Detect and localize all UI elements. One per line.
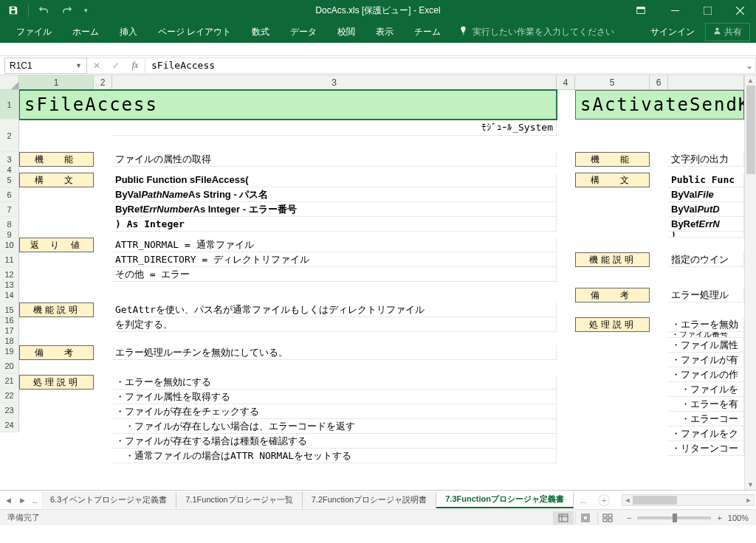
row-head-10[interactable]: 10: [0, 238, 19, 252]
cell-A10[interactable]: 返 り 値: [19, 238, 94, 252]
scroll-down-icon[interactable]: ▼: [746, 480, 756, 490]
row-head-23[interactable]: 23: [0, 403, 19, 418]
sheet-tab[interactable]: 6.3イベントプロシージャ定義書: [41, 492, 176, 508]
cell-A17[interactable]: 備 考: [19, 345, 94, 360]
tell-me-search[interactable]: 実行したい作業を入力してください: [458, 26, 614, 38]
col-head-3[interactable]: 3: [112, 75, 557, 90]
new-sheet-button[interactable]: +: [598, 494, 610, 506]
col-head-2[interactable]: 2: [94, 75, 112, 90]
cell-G17[interactable]: ・ファイルが有: [668, 353, 744, 367]
cell-C21[interactable]: ・ファイルが存在をチェックする: [112, 404, 557, 419]
horizontal-scrollbar[interactable]: ◄ ►: [622, 494, 755, 506]
ribbon-options-icon[interactable]: [630, 1, 651, 19]
col-head-7[interactable]: [668, 75, 744, 90]
col-head-4[interactable]: 4: [557, 75, 575, 90]
row-head-21[interactable]: 21: [0, 373, 19, 388]
row-head-13[interactable]: 13: [0, 282, 19, 288]
cell-G3[interactable]: 文字列の出力: [668, 152, 744, 167]
scroll-right-icon[interactable]: ►: [743, 495, 754, 505]
sheet-tab[interactable]: 7.1Functionプロシージャ一覧: [176, 492, 302, 508]
cell-G15[interactable]: ・ファイル番号: [668, 332, 744, 338]
scroll-left-icon[interactable]: ◄: [622, 495, 633, 505]
row-head-18[interactable]: 18: [0, 338, 19, 344]
zoom-slider[interactable]: [637, 516, 711, 519]
cell-G23[interactable]: ・リターンコー: [668, 441, 744, 456]
name-box[interactable]: R1C1 ▼: [4, 58, 87, 74]
row-head-9[interactable]: 9: [0, 232, 19, 238]
tab-home[interactable]: ホーム: [62, 21, 109, 43]
cell-A19[interactable]: 処理説明: [19, 375, 94, 390]
cell-G6[interactable]: ByVal File: [668, 187, 744, 202]
cell-C17[interactable]: エラー処理ルーチンを無効にしている。: [112, 345, 557, 360]
minimize-button[interactable]: [659, 0, 691, 21]
row-head-11[interactable]: 11: [0, 252, 19, 267]
tab-team[interactable]: チーム: [404, 21, 451, 43]
cell-G20[interactable]: ・エラーを有: [668, 397, 744, 412]
hscroll-thumb[interactable]: [633, 496, 677, 505]
sheet-tab[interactable]: 7.2Functionプロシージャ説明書: [303, 492, 436, 508]
sheet-tab-active[interactable]: 7.3Functionプロシージャ定義書: [436, 492, 574, 508]
tab-overflow-icon[interactable]: ...: [574, 496, 592, 505]
cell-C11[interactable]: ATTR_DIRECTORY = ディレクトリファイル: [112, 252, 557, 267]
close-button[interactable]: [724, 0, 756, 21]
cell-C20[interactable]: ・ファイル属性を取得する: [112, 390, 557, 404]
row-head-1[interactable]: 1: [0, 90, 19, 120]
row-head-7[interactable]: 7: [0, 202, 19, 217]
row-head-14[interactable]: 14: [0, 288, 19, 302]
signin-link[interactable]: サインイン: [650, 26, 695, 38]
formula-input[interactable]: sFileAccess: [145, 58, 743, 74]
row-head-5[interactable]: 5: [0, 173, 19, 187]
cell-A5[interactable]: 構 文: [19, 173, 94, 187]
cell-module[interactable]: ﾓｼﾞｭｰﾙ_System: [112, 120, 557, 136]
row-head-24[interactable]: 24: [0, 418, 19, 432]
cell-A3[interactable]: 機 能: [19, 152, 94, 167]
cell-C3[interactable]: ファイルの属性の取得: [112, 152, 557, 167]
view-page-layout-icon[interactable]: [575, 511, 596, 525]
cell-C19[interactable]: ・エラーを無効にする: [112, 375, 557, 390]
cell-G18[interactable]: ・ファイルの作: [668, 367, 744, 382]
row-head-20[interactable]: 20: [0, 359, 19, 373]
scroll-thumb[interactable]: [746, 86, 755, 174]
cell-C6[interactable]: ByVal PathName As String - パス名: [112, 187, 557, 202]
tab-file[interactable]: ファイル: [6, 21, 62, 43]
chevron-down-icon[interactable]: ▼: [75, 62, 82, 69]
qat-dropdown-icon[interactable]: ▾: [80, 1, 91, 19]
col-head-5[interactable]: 5: [575, 75, 650, 90]
cell-C8[interactable]: ) As Integer: [112, 217, 557, 232]
select-all-corner[interactable]: [0, 75, 19, 90]
cell-G8[interactable]: ByRef ErrN: [668, 217, 744, 232]
tab-data[interactable]: データ: [280, 21, 327, 43]
tab-nav-more-icon[interactable]: ...: [32, 496, 37, 505]
cell-G10[interactable]: 指定のウイン: [668, 252, 744, 267]
cell-G12[interactable]: エラー処理ル: [668, 288, 744, 302]
cell-G16[interactable]: ・ファイル属性: [668, 338, 744, 353]
cell-E12[interactable]: 備 考: [575, 288, 650, 302]
zoom-level[interactable]: 100%: [728, 513, 749, 522]
row-head-6[interactable]: 6: [0, 187, 19, 202]
zoom-in-button[interactable]: +: [715, 513, 723, 522]
cell-C22[interactable]: ・ファイルが存在しない場合は、エラーコードを返す: [112, 419, 557, 434]
cell-G7[interactable]: ByVal PutD: [668, 202, 744, 217]
tab-view[interactable]: 表示: [365, 21, 404, 43]
cells-area[interactable]: sFileAccess sActivateSendK ﾓｼﾞｭｰﾙ_System…: [19, 90, 744, 490]
cell-E5[interactable]: 構 文: [575, 173, 650, 187]
cell-G14[interactable]: ・エラーを無効: [668, 317, 744, 332]
tab-layout[interactable]: ページ レイアウト: [148, 21, 241, 43]
view-normal-icon[interactable]: [553, 511, 574, 525]
cell-E3[interactable]: 機 能: [575, 152, 650, 167]
row-head-19[interactable]: 19: [0, 344, 19, 359]
tab-insert[interactable]: 挿入: [109, 21, 148, 43]
cell-C5[interactable]: Public Function sFileAccess(: [112, 173, 557, 187]
fx-icon[interactable]: fx: [126, 58, 145, 74]
redo-icon[interactable]: [57, 1, 78, 19]
tab-formulas[interactable]: 数式: [241, 21, 280, 43]
zoom-thumb[interactable]: [673, 513, 677, 522]
zoom-out-button[interactable]: −: [625, 513, 633, 522]
cell-C23[interactable]: ・ファイルが存在する場合は種類を確認する: [112, 434, 557, 449]
vertical-scrollbar[interactable]: ▲ ▼: [744, 75, 756, 490]
row-head-22[interactable]: 22: [0, 388, 19, 403]
undo-icon[interactable]: [33, 1, 54, 19]
row-head-16[interactable]: 16: [0, 317, 19, 323]
col-head-1[interactable]: 1: [19, 75, 94, 90]
expand-formula-icon[interactable]: ⌄: [743, 58, 756, 74]
